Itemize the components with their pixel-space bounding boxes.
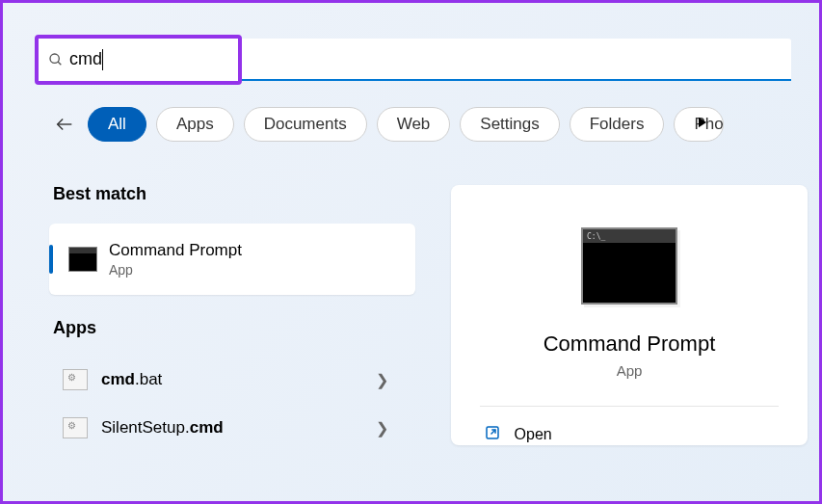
filter-tab-folders[interactable]: Folders xyxy=(570,107,665,142)
filter-tab-all[interactable]: All xyxy=(88,107,146,142)
open-external-icon xyxy=(484,424,501,445)
chevron-right-icon: ❯ xyxy=(376,419,388,438)
result-title: Command Prompt xyxy=(109,241,242,260)
results-panel: Best match Command Prompt App Apps cmd.b… xyxy=(49,184,406,452)
preview-pane: Command Prompt App Open xyxy=(451,185,808,445)
filter-tab-documents[interactable]: Documents xyxy=(244,107,367,142)
preview-title: Command Prompt xyxy=(544,332,716,357)
filter-tab-settings[interactable]: Settings xyxy=(460,107,559,142)
back-arrow-icon[interactable] xyxy=(51,114,78,135)
svg-marker-3 xyxy=(699,118,706,128)
open-action[interactable]: Open xyxy=(480,407,780,445)
search-input[interactable]: cmd xyxy=(69,49,204,71)
best-match-header: Best match xyxy=(53,184,406,204)
batch-file-icon xyxy=(63,369,88,390)
svg-line-1 xyxy=(58,62,61,65)
svg-point-0 xyxy=(50,54,59,63)
apps-header: Apps xyxy=(53,318,406,338)
command-prompt-large-icon xyxy=(581,227,677,305)
open-label: Open xyxy=(515,426,552,443)
app-result-cmd-bat[interactable]: cmd.bat ❯ xyxy=(49,356,415,404)
chevron-right-icon: ❯ xyxy=(376,371,388,389)
scroll-right-icon[interactable] xyxy=(695,115,710,134)
search-icon xyxy=(48,52,64,67)
command-prompt-icon xyxy=(68,247,97,272)
filter-tab-apps[interactable]: Apps xyxy=(156,107,234,142)
app-result-label: cmd.bat xyxy=(101,370,162,389)
app-result-silentsetup[interactable]: SilentSetup.cmd ❯ xyxy=(49,404,415,452)
filter-tabs: AllAppsDocumentsWebSettingsFoldersPhotos xyxy=(51,107,724,142)
preview-subtitle: App xyxy=(617,362,643,379)
filter-tab-web[interactable]: Web xyxy=(377,107,451,142)
best-match-result[interactable]: Command Prompt App xyxy=(49,224,415,295)
result-subtitle: App xyxy=(109,262,242,278)
app-result-label: SilentSetup.cmd xyxy=(101,418,224,438)
search-bar: cmd xyxy=(35,35,791,85)
search-bar-extension[interactable] xyxy=(242,39,791,81)
batch-file-icon xyxy=(63,417,88,438)
search-box-highlighted[interactable]: cmd xyxy=(35,35,242,85)
